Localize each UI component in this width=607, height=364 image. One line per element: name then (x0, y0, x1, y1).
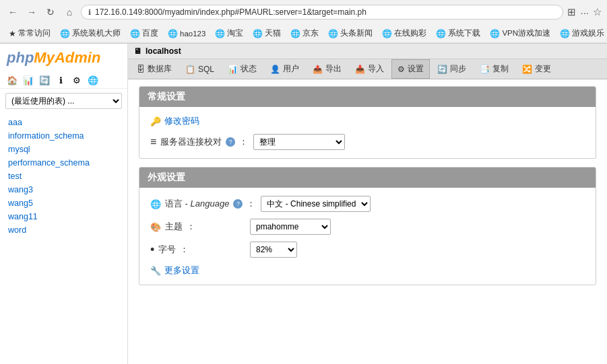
bookmark-item[interactable]: 🌐 VPN游戏加速 (486, 27, 554, 40)
import-tab-label: 导入 (368, 63, 384, 75)
theme-row: 🎨 主题 ： pmahomme original metro (150, 219, 585, 235)
bookmark-item[interactable]: 🌐 头条新闻 (325, 27, 376, 40)
bookmark-icon: 🌐 (253, 29, 263, 38)
bookmark-item[interactable]: 🌐 系统装机大师 (57, 27, 124, 40)
database-tab-icon: 🗄 (137, 65, 145, 74)
users-tab-icon: 👤 (270, 65, 280, 74)
tab-database[interactable]: 🗄 数据库 (131, 59, 178, 79)
settings-content: 常规设置 🔑 修改密码 ≡ 服务器连接校对 (128, 79, 607, 300)
bookmark-item[interactable]: 🌐 百度 (127, 27, 162, 40)
home-button[interactable]: ⌂ (62, 5, 77, 20)
theme-colon: ： (187, 221, 195, 233)
sync-tab-label: 同步 (450, 63, 466, 75)
bookmark-item[interactable]: 🌐 淘宝 (212, 27, 247, 40)
sql-tab-label: SQL (198, 65, 214, 74)
fontsize-row: • 字号 ： 82% 80% 90% 100% 110% 120% (150, 242, 585, 258)
settings-icon[interactable]: ⚙ (70, 73, 84, 87)
language-text: 语言 - Language (165, 198, 229, 210)
bookmark-item[interactable]: 🌐 hao123 (164, 28, 209, 40)
general-settings-section: 常规设置 🔑 修改密码 ≡ 服务器连接校对 (139, 86, 596, 159)
export-tab-label: 导出 (325, 63, 342, 75)
tab-sql[interactable]: 📋 SQL (179, 61, 220, 78)
general-settings-header: 常规设置 (139, 87, 596, 107)
bookmark-label: 常常访问 (18, 28, 51, 38)
collation-select[interactable]: 整理 utf8_general_ci utf8mb4_general_ci la… (253, 134, 345, 150)
refresh-icon[interactable]: 🔄 (38, 73, 51, 87)
bookmark-label: 头条新闻 (340, 28, 373, 38)
tab-sync[interactable]: 🔄 同步 (431, 59, 472, 79)
bookmark-button[interactable]: ☆ (593, 6, 602, 18)
collation-colon: ： (239, 136, 248, 148)
list-item[interactable]: word (0, 223, 127, 237)
bookmark-item[interactable]: 🌐 游戏娱乐 (556, 27, 607, 40)
replication-tab-icon: 📑 (480, 65, 490, 74)
bookmark-item[interactable]: ★ 常常访问 (5, 27, 54, 40)
tab-settings[interactable]: ⚙ 设置 (391, 59, 430, 79)
globe-icon[interactable]: 🌐 (86, 73, 100, 87)
list-item[interactable]: wang5 (0, 196, 127, 210)
extensions-icon[interactable]: ⊞ (567, 6, 576, 18)
bookmark-icon: 🌐 (290, 29, 300, 38)
change-password-link[interactable]: 🔑 修改密码 (150, 115, 199, 127)
list-item[interactable]: aaa (0, 116, 127, 129)
general-settings-body: 🔑 修改密码 ≡ 服务器连接校对 ? ： 整理 (139, 107, 596, 158)
tab-changes[interactable]: 🔀 变更 (516, 59, 557, 79)
bookmark-icon: 🌐 (168, 29, 178, 38)
tab-export[interactable]: 📤 导出 (307, 59, 348, 79)
collation-help-icon[interactable]: ? (226, 137, 235, 147)
change-password-label: 修改密码 (164, 115, 199, 127)
bookmark-label: 游戏娱乐 (572, 28, 604, 38)
collation-text: 服务器连接校对 (160, 136, 222, 148)
list-item[interactable]: information_schema (0, 129, 127, 143)
language-help-icon[interactable]: ? (233, 199, 243, 209)
bookmark-item[interactable]: 🌐 京东 (287, 27, 322, 40)
tab-import[interactable]: 📥 导入 (349, 59, 390, 79)
fontsize-select[interactable]: 82% 80% 90% 100% 110% 120% (250, 242, 297, 258)
collation-row: ≡ 服务器连接校对 ? ： 整理 utf8_general_ci utf8mb4… (150, 134, 585, 150)
list-item[interactable]: performance_schema (0, 156, 127, 170)
menu-button[interactable]: ··· (580, 7, 589, 18)
home-icon[interactable]: 🏠 (5, 73, 19, 87)
export-tab-icon: 📤 (313, 65, 323, 74)
db-dropdown[interactable]: (最近使用的表) ... (5, 93, 122, 109)
list-item[interactable]: wang3 (0, 183, 127, 196)
theme-select[interactable]: pmahomme original metro (250, 219, 331, 235)
bookmark-label: 天猫 (265, 28, 281, 38)
bookmark-item[interactable]: 🌐 系统下载 (433, 27, 484, 40)
list-item[interactable]: wang11 (0, 210, 127, 223)
sidebar-icon-bar: 🏠 📊 🔄 ℹ ⚙ 🌐 (0, 72, 127, 89)
forward-button[interactable]: → (24, 5, 39, 20)
bookmark-item[interactable]: 🌐 在线购彩 (379, 27, 430, 40)
bookmark-label: hao123 (180, 30, 205, 38)
database-tab-label: 数据库 (148, 63, 172, 75)
fontsize-label: • 字号 ： (150, 243, 245, 257)
bookmark-icon: 🌐 (130, 29, 140, 38)
appearance-settings-section: 外观设置 🌐 语言 - Language ? ： 中文 - Chinese si… (139, 167, 596, 285)
bookmark-icon: 🌐 (328, 29, 338, 38)
tab-bar: 🗄 数据库 📋 SQL 📊 状态 👤 用户 📤 导出 📥 导入 (128, 59, 607, 79)
reload-button[interactable]: ↻ (43, 5, 58, 20)
back-button[interactable]: ← (5, 5, 20, 20)
tab-replication[interactable]: 📑 复制 (474, 59, 515, 79)
tab-status[interactable]: 📊 状态 (222, 59, 263, 79)
url-text: 172.16.0.149:8000/myadmin/index.php#PMAU… (95, 7, 556, 17)
status-tab-label: 状态 (241, 63, 257, 75)
language-select[interactable]: 中文 - Chinese simplified English 日本語 Fran… (261, 196, 371, 212)
key-icon: 🔑 (150, 116, 161, 126)
bookmark-icon: 🌐 (436, 29, 446, 38)
address-bar[interactable]: ℹ 172.16.0.149:8000/myadmin/index.php#PM… (81, 5, 563, 20)
tab-users[interactable]: 👤 用户 (264, 59, 305, 79)
bookmark-icon: 🌐 (490, 29, 500, 38)
pma-logo: phpMyAdmin (0, 44, 127, 72)
language-colon: ： (247, 198, 255, 210)
bookmark-item[interactable]: 🌐 天猫 (249, 27, 284, 40)
logo-myadmin: MyAdmin (34, 49, 100, 67)
list-item[interactable]: mysql (0, 143, 127, 156)
changes-tab-icon: 🔀 (522, 65, 532, 74)
more-settings-link[interactable]: 🔧 更多设置 (150, 264, 199, 277)
info-icon[interactable]: ℹ (54, 73, 67, 87)
list-item[interactable]: test (0, 170, 127, 183)
main-layout: phpMyAdmin 🏠 📊 🔄 ℹ ⚙ 🌐 (最近使用的表) ... aaa … (0, 44, 607, 364)
server-icon: 🖥 (133, 46, 141, 56)
database-icon[interactable]: 📊 (22, 73, 35, 87)
